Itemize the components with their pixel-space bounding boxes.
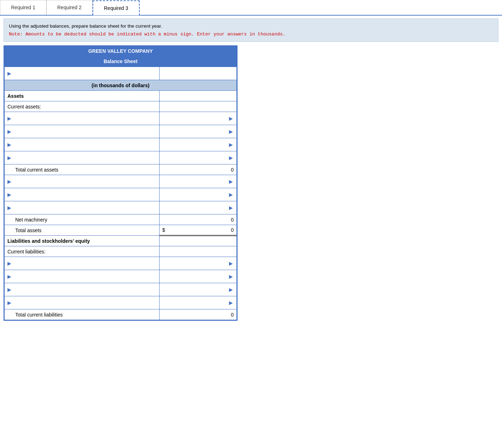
- ca-val-arrow-1: ▶: [229, 116, 233, 121]
- current-asset-label-2[interactable]: ▶: [5, 125, 160, 138]
- liabilities-value-cell: [159, 236, 236, 246]
- current-liability-label-2[interactable]: ▶: [5, 270, 160, 283]
- total-assets-label: Total assets: [5, 225, 160, 236]
- total-current-assets-label: Total current assets: [5, 164, 160, 175]
- current-liability-row-1: ▶ ▶: [5, 257, 237, 270]
- total-assets-dollar: $: [162, 227, 165, 233]
- total-assets-value: 0: [231, 227, 234, 233]
- current-liability-row-3: ▶ ▶: [5, 283, 237, 296]
- instructions-note-text: Note: Amounts to be deducted should be i…: [9, 32, 285, 37]
- non-current-asset-row-1: ▶ ▶: [5, 175, 237, 188]
- current-liabilities-value-cell: [159, 246, 236, 257]
- nca-val-arrow-3: ▶: [229, 205, 233, 211]
- current-assets-row: Current assets:: [5, 101, 237, 112]
- current-liability-label-4[interactable]: ▶: [5, 296, 160, 309]
- instructions-main-text: Using the adjusted balances, prepare bal…: [9, 23, 162, 29]
- tabs-container: Required 1 Required 2 Required 3: [0, 0, 502, 16]
- period-row: ▶: [5, 67, 237, 80]
- tab-required-3[interactable]: Required 3: [93, 0, 140, 15]
- nca-arrow-3: ▶: [7, 205, 11, 211]
- current-asset-value-3[interactable]: ▶: [159, 138, 236, 151]
- cl-val-arrow-3: ▶: [229, 287, 233, 292]
- cl-arrow-4: ▶: [7, 300, 11, 306]
- cl-arrow-3: ▶: [7, 287, 11, 292]
- ca-arrow-3: ▶: [7, 142, 11, 147]
- non-current-asset-row-3: ▶ ▶: [5, 201, 237, 214]
- ca-val-arrow-4: ▶: [229, 155, 233, 161]
- balance-table: ▶ (in thousands of dollars) Assets Curre…: [4, 67, 237, 320]
- current-asset-row-4: ▶ ▶: [5, 151, 237, 164]
- non-current-asset-value-1[interactable]: ▶: [159, 175, 236, 188]
- sheet-title-header: Balance Sheet: [4, 56, 237, 67]
- total-current-liabilities-row: Total current liabilities 0: [5, 309, 237, 320]
- ca-val-arrow-3: ▶: [229, 142, 233, 147]
- tab-required-1[interactable]: Required 1: [0, 0, 46, 15]
- current-liabilities-row: Current liabilities:: [5, 246, 237, 257]
- liabilities-header-row: Liabilities and stockholders’ equity: [5, 236, 237, 246]
- ca-arrow-1: ▶: [7, 116, 11, 121]
- period-arrow-icon: ▶: [7, 71, 11, 76]
- ca-arrow-4: ▶: [7, 155, 11, 161]
- period-label-cell: ▶: [5, 67, 160, 80]
- net-machinery-row: Net machinery 0: [5, 214, 237, 225]
- current-liability-label-3[interactable]: ▶: [5, 283, 160, 296]
- nca-arrow-1: ▶: [7, 179, 11, 184]
- total-current-assets-value: 0: [159, 164, 236, 175]
- current-asset-row-3: ▶ ▶: [5, 138, 237, 151]
- current-asset-value-2[interactable]: ▶: [159, 125, 236, 138]
- total-current-liabilities-value: 0: [159, 309, 236, 320]
- total-assets-value-cell: $ 0: [159, 225, 236, 236]
- period-value-cell: [159, 67, 236, 80]
- cl-val-arrow-1: ▶: [229, 261, 233, 266]
- nca-val-arrow-2: ▶: [229, 192, 233, 197]
- current-liabilities-label-cell: Current liabilities:: [5, 246, 160, 257]
- current-asset-value-1[interactable]: ▶: [159, 112, 236, 125]
- non-current-asset-label-2[interactable]: ▶: [5, 188, 160, 201]
- cl-val-arrow-4: ▶: [229, 300, 233, 306]
- current-asset-row-1: ▶ ▶: [5, 112, 237, 125]
- current-asset-value-4[interactable]: ▶: [159, 151, 236, 164]
- non-current-asset-value-3[interactable]: ▶: [159, 201, 236, 214]
- current-liability-row-4: ▶ ▶: [5, 296, 237, 309]
- current-liability-label-1[interactable]: ▶: [5, 257, 160, 270]
- total-assets-row: Total assets $ 0: [5, 225, 237, 236]
- current-liability-value-2[interactable]: ▶: [159, 270, 236, 283]
- non-current-asset-label-1[interactable]: ▶: [5, 175, 160, 188]
- ca-val-arrow-2: ▶: [229, 129, 233, 134]
- cl-val-arrow-2: ▶: [229, 274, 233, 279]
- current-liability-value-1[interactable]: ▶: [159, 257, 236, 270]
- liabilities-label-cell: Liabilities and stockholders’ equity: [5, 236, 160, 246]
- balance-sheet-container: GREEN VALLEY COMPANY Balance Sheet ▶ (in…: [4, 45, 238, 321]
- current-liability-value-3[interactable]: ▶: [159, 283, 236, 296]
- current-asset-label-3[interactable]: ▶: [5, 138, 160, 151]
- unit-label-row: (in thousands of dollars): [5, 80, 237, 91]
- current-asset-row-2: ▶ ▶: [5, 125, 237, 138]
- nca-arrow-2: ▶: [7, 192, 11, 197]
- nca-val-arrow-1: ▶: [229, 179, 233, 184]
- net-machinery-value: 0: [159, 214, 236, 225]
- current-liability-row-2: ▶ ▶: [5, 270, 237, 283]
- non-current-asset-value-2[interactable]: ▶: [159, 188, 236, 201]
- net-machinery-label: Net machinery: [5, 214, 160, 225]
- assets-value-cell: [159, 91, 236, 101]
- current-liability-value-4[interactable]: ▶: [159, 296, 236, 309]
- total-current-liabilities-label: Total current liabilities: [5, 309, 160, 320]
- total-current-assets-row: Total current assets 0: [5, 164, 237, 175]
- company-name-header: GREEN VALLEY COMPANY: [4, 46, 237, 56]
- tab-required-2[interactable]: Required 2: [46, 0, 93, 15]
- non-current-asset-row-2: ▶ ▶: [5, 188, 237, 201]
- assets-header-row: Assets: [5, 91, 237, 101]
- current-asset-label-1[interactable]: ▶: [5, 112, 160, 125]
- cl-arrow-2: ▶: [7, 274, 11, 279]
- instructions-box: Using the adjusted balances, prepare bal…: [4, 18, 498, 42]
- cl-arrow-1: ▶: [7, 261, 11, 266]
- ca-arrow-2: ▶: [7, 129, 11, 134]
- current-asset-label-4[interactable]: ▶: [5, 151, 160, 164]
- non-current-asset-label-3[interactable]: ▶: [5, 201, 160, 214]
- assets-label-cell: Assets: [5, 91, 160, 101]
- current-assets-label-cell: Current assets:: [5, 101, 160, 112]
- unit-label-cell: (in thousands of dollars): [5, 80, 237, 91]
- current-assets-value-cell: [159, 101, 236, 112]
